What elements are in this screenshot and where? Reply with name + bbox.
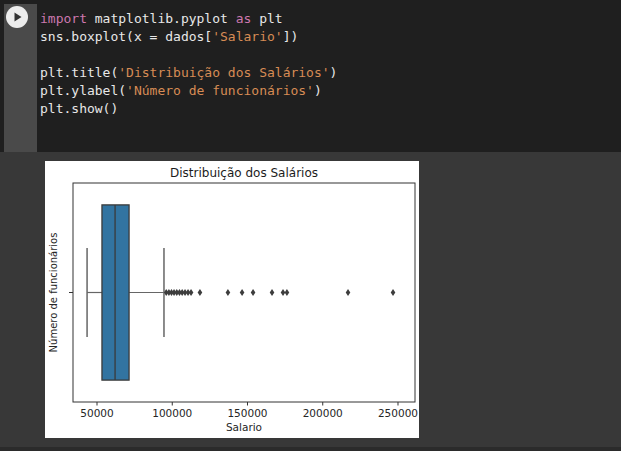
code-token-str: 'Distribuição dos Salários' (118, 65, 329, 80)
outlier-diamond (346, 289, 351, 296)
code-token-pl: sns.boxplot(x = dados[ (40, 29, 212, 44)
boxplot-chart: Distribuição dos SaláriosNúmero de funci… (45, 161, 419, 438)
code-editor[interactable]: import matplotlib.pyplot as pltsns.boxpl… (37, 10, 621, 152)
code-token-pl: plt.title( (40, 65, 118, 80)
y-axis-label: Número de funcionários (48, 233, 59, 353)
code-line: import matplotlib.pyplot as plt (40, 10, 621, 28)
outlier-diamond (285, 289, 290, 296)
code-line: plt.title('Distribuição dos Salários') (40, 64, 621, 82)
x-tick-label: 250000 (378, 407, 418, 419)
play-icon (11, 11, 23, 23)
matplotlib-figure: Distribuição dos SaláriosNúmero de funci… (45, 161, 419, 438)
code-cell: import matplotlib.pyplot as pltsns.boxpl… (0, 0, 621, 152)
outlier-diamond (270, 289, 275, 296)
outlier-diamond (240, 289, 245, 296)
next-cell-divider (0, 447, 621, 451)
outlier-diamond (281, 289, 286, 296)
outlier-diamond (198, 289, 203, 296)
code-token-str: 'Número de funcionários' (126, 83, 314, 98)
chart-title: Distribuição dos Salários (170, 166, 318, 180)
x-tick-label: 100000 (152, 407, 192, 419)
x-tick-label: 150000 (227, 407, 267, 419)
x-tick-label: 50000 (80, 407, 113, 419)
output-area: Distribuição dos SaláriosNúmero de funci… (0, 152, 621, 451)
outlier-diamond (391, 289, 396, 296)
x-tick-label: 200000 (303, 407, 343, 419)
outlier-diamond (226, 289, 231, 296)
code-token-pl: matplotlib.pyplot (87, 11, 236, 26)
code-token-str: 'Salario' (212, 29, 282, 44)
code-line: plt.ylabel('Número de funcionários') (40, 82, 621, 100)
code-line: sns.boxplot(x = dados['Salario']) (40, 28, 621, 46)
code-token-pl: plt.show() (40, 101, 118, 116)
code-token-kw: import (40, 11, 87, 26)
code-line (40, 46, 621, 64)
code-token-pl: ]) (283, 29, 299, 44)
x-axis-label: Salario (226, 421, 262, 433)
run-cell-button[interactable] (6, 6, 28, 28)
code-token-pl: plt (251, 11, 282, 26)
code-line: plt.show() (40, 100, 621, 118)
outlier-diamond (189, 289, 194, 296)
outlier-diamond (251, 289, 256, 296)
code-token-pl: plt.ylabel( (40, 83, 126, 98)
code-token-pl: ) (314, 83, 322, 98)
code-token-pl: ) (330, 65, 338, 80)
code-token-kw: as (236, 11, 252, 26)
